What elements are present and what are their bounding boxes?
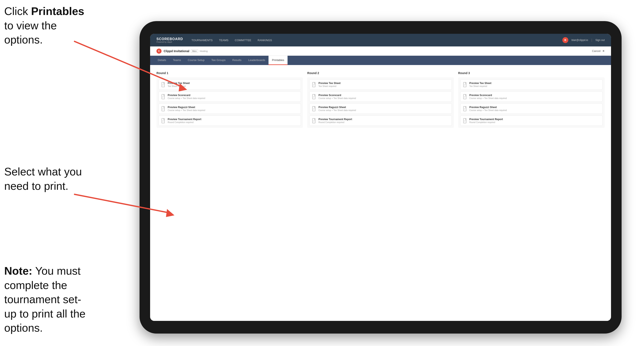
rounds-grid: Round 1 Preview Tee SheetTee Sheet requi… [156,71,605,128]
file-icon-r1c2 [161,94,166,99]
tournament-badge: Men [191,49,198,53]
round-2-cards: Preview Tee SheetTee Sheet required Prev… [307,77,454,128]
card-text-r2c2: Preview ScorecardCourse setup + Tee Shee… [318,94,356,99]
svg-rect-12 [162,106,164,111]
svg-line-2 [74,194,171,213]
card-text-r2c1: Preview Tee SheetTee Sheet required [318,82,340,87]
card-title-r2c1: Preview Tee Sheet [318,82,340,85]
card-subtitle-r2c4: Round Completion required [318,121,352,124]
round-section-3: Round 3 Preview Tee SheetTee Sheet requi… [458,71,605,128]
file-icon-r2c3 [312,106,316,111]
tab-leaderboards[interactable]: Leaderboards [245,56,268,65]
arrow-mid-annotation [70,192,176,222]
file-icon-r2c4 [312,118,316,123]
svg-marker-1 [179,83,187,91]
card-subtitle-r1c3: Course setup + Tee Sheet data required [168,109,205,111]
svg-rect-36 [464,82,466,87]
top-nav: SCOREBOARD Powered by clippd TOURNAMENTS… [150,34,611,46]
card-title-r1c3: Preview Raguzzi Sheet [168,106,205,109]
round-3-cards: Preview Tee SheetTee Sheet required Prev… [458,77,605,128]
instruction-mid-text: Select what you need to print. [4,166,82,192]
tablet-screen: SCOREBOARD Powered by clippd TOURNAMENTS… [150,34,611,321]
tablet-frame: SCOREBOARD Powered by clippd TOURNAMENTS… [140,21,622,334]
file-icon-r3c3 [463,106,467,111]
card-subtitle-r3c3: Course setup + Tee Sheet data required [469,109,507,111]
round-2-card-2[interactable]: Preview ScorecardCourse setup + Tee Shee… [309,91,452,102]
nav-committee[interactable]: COMMITTEE [235,38,252,43]
card-title-r2c4: Preview Tournament Report [318,118,352,121]
user-avatar: B [562,37,568,43]
card-text-r1c4: Preview Tournament ReportRound Completio… [168,118,201,124]
round-1-card-3[interactable]: Preview Raguzzi SheetCourse setup + Tee … [158,103,301,114]
card-title-r1c2: Preview Scorecard [168,94,205,97]
printables-bold: Printables [31,5,84,17]
card-subtitle-r3c1: Tee Sheet required [469,85,492,87]
instruction-mid: Select what you need to print. [4,165,84,193]
card-text-r3c4: Preview Tournament ReportRound Completio… [469,118,503,124]
card-title-r2c3: Preview Raguzzi Sheet [318,106,356,109]
user-email: blair@clippd.io [572,39,588,42]
svg-rect-20 [312,82,315,87]
tournament-bar: C Clippd Invitational Men Hosting Cancel… [150,46,611,56]
file-icon-r2c1 [312,82,316,87]
cancel-button[interactable]: Cancel ✕ [592,49,605,53]
round-section-2: Round 2 Preview Tee SheetTee Sheet requi… [307,71,454,128]
card-subtitle-r2c2: Course setup + Tee Sheet data required [318,97,356,99]
card-subtitle-r2c3: Course setup + Tee Sheet data required [318,109,356,111]
round-3-card-3[interactable]: Preview Raguzzi SheetCourse setup + Tee … [460,103,602,114]
card-title-r3c3: Preview Raguzzi Sheet [469,106,507,109]
card-subtitle-r2c1: Tee Sheet required [318,85,340,87]
tab-tee-groups[interactable]: Tee Groups [208,56,229,65]
card-subtitle-r3c2: Course setup + Tee Sheet data required [469,97,507,99]
svg-rect-48 [464,118,466,123]
file-icon-r2c2 [312,94,316,99]
file-icon-r3c4 [463,118,467,123]
nav-rankings[interactable]: RANKINGS [258,38,272,43]
file-icon-r1c4 [161,118,166,123]
nav-links: TOURNAMENTS TEAMS COMMITTEE RANKINGS [192,38,562,43]
svg-marker-3 [166,209,174,217]
round-2-card-4[interactable]: Preview Tournament ReportRound Completio… [309,116,452,126]
svg-line-0 [74,41,184,88]
separator: | [591,38,592,42]
card-text-r3c3: Preview Raguzzi SheetCourse setup + Tee … [469,106,507,111]
hosting-badge: Hosting [200,50,208,52]
card-text-r1c2: Preview ScorecardCourse setup + Tee Shee… [168,94,205,99]
file-icon-r1c3 [161,106,166,111]
round-3-card-2[interactable]: Preview ScorecardCourse setup + Tee Shee… [460,91,602,102]
tab-results[interactable]: Results [229,56,245,65]
card-subtitle-r1c4: Round Completion required [168,121,201,124]
svg-rect-24 [312,94,315,99]
card-text-r3c1: Preview Tee SheetTee Sheet required [469,82,492,87]
card-text-r1c3: Preview Raguzzi SheetCourse setup + Tee … [168,106,205,111]
nav-right: B blair@clippd.io | Sign out [562,37,605,43]
sign-out-link[interactable]: Sign out [595,39,605,42]
card-text-r2c3: Preview Raguzzi SheetCourse setup + Tee … [318,106,356,111]
round-1-card-4[interactable]: Preview Tournament ReportRound Completio… [158,116,301,126]
cancel-x-icon: ✕ [602,49,605,53]
svg-rect-8 [162,94,164,99]
nav-teams[interactable]: TEAMS [219,38,228,43]
svg-rect-44 [464,106,466,111]
card-title-r1c4: Preview Tournament Report [168,118,201,121]
nav-tournaments[interactable]: TOURNAMENTS [192,38,213,43]
round-2-card-3[interactable]: Preview Raguzzi SheetCourse setup + Tee … [309,103,452,114]
card-title-r3c2: Preview Scorecard [469,94,507,97]
round-3-title: Round 3 [458,71,605,75]
instruction-bottom: Note: You must complete the tournament s… [4,264,93,335]
arrow-top-annotation [70,39,188,94]
tab-bar: Details Teams Course Setup Tee Groups Re… [150,56,611,65]
file-icon-r3c1 [463,82,467,87]
card-title-r3c1: Preview Tee Sheet [469,82,492,85]
svg-rect-16 [162,118,164,123]
svg-rect-40 [464,94,466,99]
cancel-label: Cancel [592,49,600,53]
card-title-r3c4: Preview Tournament Report [469,118,503,121]
round-3-card-4[interactable]: Preview Tournament ReportRound Completio… [460,116,602,126]
tab-printables[interactable]: Printables [268,56,288,65]
card-text-r2c4: Preview Tournament ReportRound Completio… [318,118,352,124]
round-2-card-1[interactable]: Preview Tee SheetTee Sheet required [309,79,452,90]
round-3-card-1[interactable]: Preview Tee SheetTee Sheet required [460,79,602,90]
card-text-r3c2: Preview ScorecardCourse setup + Tee Shee… [469,94,507,99]
file-icon-r3c2 [463,94,467,99]
